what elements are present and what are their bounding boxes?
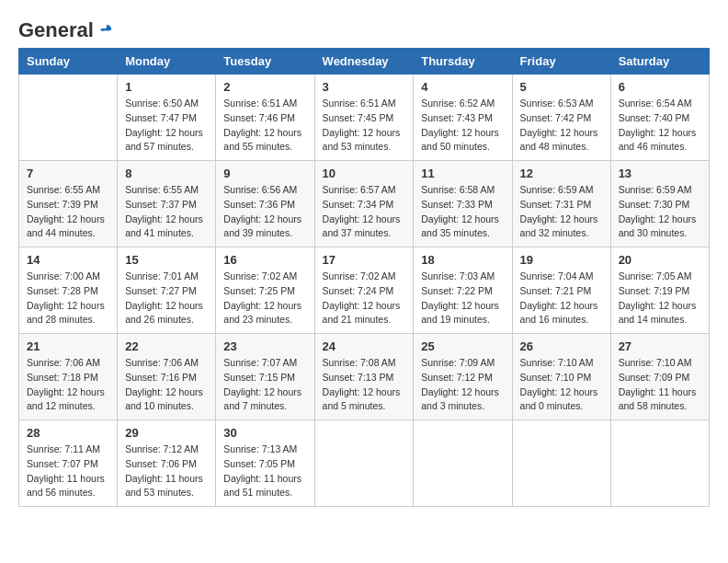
calendar-cell — [19, 75, 118, 161]
logo-bird-icon — [96, 21, 114, 40]
page-header: General — [18, 18, 710, 39]
calendar-cell: 2Sunrise: 6:51 AMSunset: 7:46 PMDaylight… — [216, 75, 314, 161]
calendar-cell: 11Sunrise: 6:58 AMSunset: 7:33 PMDayligh… — [414, 161, 512, 247]
weekday-header-friday: Friday — [512, 49, 610, 75]
day-number: 10 — [323, 167, 406, 180]
logo: General — [18, 18, 114, 39]
calendar-cell: 7Sunrise: 6:55 AMSunset: 7:39 PMDaylight… — [19, 161, 118, 247]
day-number: 8 — [125, 167, 208, 180]
calendar-cell — [314, 420, 414, 507]
calendar-table: SundayMondayTuesdayWednesdayThursdayFrid… — [18, 48, 710, 507]
day-info: Sunrise: 7:06 AMSunset: 7:18 PMDaylight:… — [27, 356, 109, 414]
day-number: 5 — [520, 80, 603, 94]
day-info: Sunrise: 6:55 AMSunset: 7:37 PMDaylight:… — [125, 183, 208, 241]
day-number: 2 — [223, 80, 306, 94]
weekday-header-saturday: Saturday — [610, 49, 709, 75]
calendar-week-row: 28Sunrise: 7:11 AMSunset: 7:07 PMDayligh… — [19, 420, 710, 507]
day-info: Sunrise: 7:11 AMSunset: 7:07 PMDaylight:… — [27, 442, 109, 500]
calendar-cell: 4Sunrise: 6:52 AMSunset: 7:43 PMDaylight… — [414, 75, 512, 161]
day-number: 19 — [520, 253, 603, 267]
day-number: 16 — [223, 253, 306, 267]
calendar-cell: 29Sunrise: 7:12 AMSunset: 7:06 PMDayligh… — [118, 420, 216, 507]
calendar-cell — [414, 420, 512, 507]
day-info: Sunrise: 7:09 AMSunset: 7:12 PMDaylight:… — [421, 356, 504, 414]
day-number: 4 — [421, 80, 504, 94]
calendar-cell: 20Sunrise: 7:05 AMSunset: 7:19 PMDayligh… — [610, 247, 709, 334]
calendar-cell: 17Sunrise: 7:02 AMSunset: 7:24 PMDayligh… — [314, 247, 414, 334]
calendar-week-row: 1Sunrise: 6:50 AMSunset: 7:47 PMDaylight… — [19, 75, 710, 161]
calendar-week-row: 14Sunrise: 7:00 AMSunset: 7:28 PMDayligh… — [19, 247, 710, 334]
calendar-cell: 23Sunrise: 7:07 AMSunset: 7:15 PMDayligh… — [216, 334, 314, 420]
calendar-cell: 9Sunrise: 6:56 AMSunset: 7:36 PMDaylight… — [216, 161, 314, 247]
day-number: 21 — [27, 339, 109, 353]
calendar-week-row: 21Sunrise: 7:06 AMSunset: 7:18 PMDayligh… — [19, 334, 710, 420]
day-info: Sunrise: 6:52 AMSunset: 7:43 PMDaylight:… — [421, 97, 504, 155]
day-info: Sunrise: 7:10 AMSunset: 7:09 PMDaylight:… — [619, 356, 701, 414]
day-number: 12 — [520, 167, 603, 180]
day-info: Sunrise: 7:12 AMSunset: 7:06 PMDaylight:… — [125, 442, 208, 500]
day-info: Sunrise: 7:01 AMSunset: 7:27 PMDaylight:… — [125, 270, 208, 327]
day-info: Sunrise: 7:10 AMSunset: 7:10 PMDaylight:… — [520, 356, 603, 414]
day-number: 17 — [323, 253, 406, 267]
day-number: 20 — [619, 253, 701, 267]
day-number: 22 — [125, 339, 208, 353]
day-number: 3 — [323, 80, 406, 94]
day-number: 7 — [27, 167, 109, 180]
day-info: Sunrise: 6:57 AMSunset: 7:34 PMDaylight:… — [323, 183, 406, 241]
day-number: 26 — [520, 339, 603, 353]
calendar-cell: 30Sunrise: 7:13 AMSunset: 7:05 PMDayligh… — [216, 420, 314, 507]
day-number: 30 — [223, 426, 306, 440]
calendar-cell — [512, 420, 610, 507]
calendar-cell: 14Sunrise: 7:00 AMSunset: 7:28 PMDayligh… — [19, 247, 118, 334]
calendar-cell: 8Sunrise: 6:55 AMSunset: 7:37 PMDaylight… — [118, 161, 216, 247]
day-number: 13 — [619, 167, 701, 180]
calendar-cell: 21Sunrise: 7:06 AMSunset: 7:18 PMDayligh… — [19, 334, 118, 420]
calendar-cell: 18Sunrise: 7:03 AMSunset: 7:22 PMDayligh… — [414, 247, 512, 334]
calendar-cell: 3Sunrise: 6:51 AMSunset: 7:45 PMDaylight… — [314, 75, 414, 161]
day-info: Sunrise: 6:58 AMSunset: 7:33 PMDaylight:… — [421, 183, 504, 241]
calendar-cell: 15Sunrise: 7:01 AMSunset: 7:27 PMDayligh… — [118, 247, 216, 334]
calendar-week-row: 7Sunrise: 6:55 AMSunset: 7:39 PMDaylight… — [19, 161, 710, 247]
calendar-cell: 26Sunrise: 7:10 AMSunset: 7:10 PMDayligh… — [512, 334, 610, 420]
day-info: Sunrise: 7:02 AMSunset: 7:25 PMDaylight:… — [223, 270, 306, 327]
weekday-header-monday: Monday — [118, 49, 216, 75]
day-number: 18 — [421, 253, 504, 267]
day-number: 25 — [421, 339, 504, 353]
day-info: Sunrise: 7:08 AMSunset: 7:13 PMDaylight:… — [323, 356, 406, 414]
day-info: Sunrise: 6:54 AMSunset: 7:40 PMDaylight:… — [619, 97, 701, 155]
calendar-cell: 16Sunrise: 7:02 AMSunset: 7:25 PMDayligh… — [216, 247, 314, 334]
calendar-cell: 13Sunrise: 6:59 AMSunset: 7:30 PMDayligh… — [610, 161, 709, 247]
calendar-cell: 1Sunrise: 6:50 AMSunset: 7:47 PMDaylight… — [118, 75, 216, 161]
day-info: Sunrise: 6:51 AMSunset: 7:46 PMDaylight:… — [223, 97, 306, 155]
calendar-cell: 27Sunrise: 7:10 AMSunset: 7:09 PMDayligh… — [610, 334, 709, 420]
calendar-cell: 19Sunrise: 7:04 AMSunset: 7:21 PMDayligh… — [512, 247, 610, 334]
calendar-cell: 28Sunrise: 7:11 AMSunset: 7:07 PMDayligh… — [19, 420, 118, 507]
day-number: 11 — [421, 167, 504, 180]
day-info: Sunrise: 7:03 AMSunset: 7:22 PMDaylight:… — [421, 270, 504, 327]
weekday-header-tuesday: Tuesday — [216, 49, 314, 75]
day-number: 14 — [27, 253, 109, 267]
day-info: Sunrise: 7:13 AMSunset: 7:05 PMDaylight:… — [223, 442, 306, 500]
day-number: 23 — [223, 339, 306, 353]
day-info: Sunrise: 6:59 AMSunset: 7:31 PMDaylight:… — [520, 183, 603, 241]
day-number: 15 — [125, 253, 208, 267]
day-info: Sunrise: 6:59 AMSunset: 7:30 PMDaylight:… — [619, 183, 701, 241]
day-number: 27 — [619, 339, 701, 353]
calendar-cell: 6Sunrise: 6:54 AMSunset: 7:40 PMDaylight… — [610, 75, 709, 161]
weekday-header-thursday: Thursday — [414, 49, 512, 75]
day-number: 28 — [27, 426, 109, 440]
day-info: Sunrise: 6:55 AMSunset: 7:39 PMDaylight:… — [27, 183, 109, 241]
day-info: Sunrise: 6:50 AMSunset: 7:47 PMDaylight:… — [125, 97, 208, 155]
day-info: Sunrise: 7:00 AMSunset: 7:28 PMDaylight:… — [27, 270, 109, 327]
calendar-cell: 24Sunrise: 7:08 AMSunset: 7:13 PMDayligh… — [314, 334, 414, 420]
weekday-header-row: SundayMondayTuesdayWednesdayThursdayFrid… — [19, 49, 710, 75]
weekday-header-wednesday: Wednesday — [314, 49, 414, 75]
calendar-cell: 25Sunrise: 7:09 AMSunset: 7:12 PMDayligh… — [414, 334, 512, 420]
day-info: Sunrise: 7:05 AMSunset: 7:19 PMDaylight:… — [619, 270, 701, 327]
calendar-cell: 12Sunrise: 6:59 AMSunset: 7:31 PMDayligh… — [512, 161, 610, 247]
calendar-cell: 5Sunrise: 6:53 AMSunset: 7:42 PMDaylight… — [512, 75, 610, 161]
logo-general: General — [18, 18, 94, 42]
calendar-cell — [610, 420, 709, 507]
calendar-cell: 22Sunrise: 7:06 AMSunset: 7:16 PMDayligh… — [118, 334, 216, 420]
day-number: 29 — [125, 426, 208, 440]
